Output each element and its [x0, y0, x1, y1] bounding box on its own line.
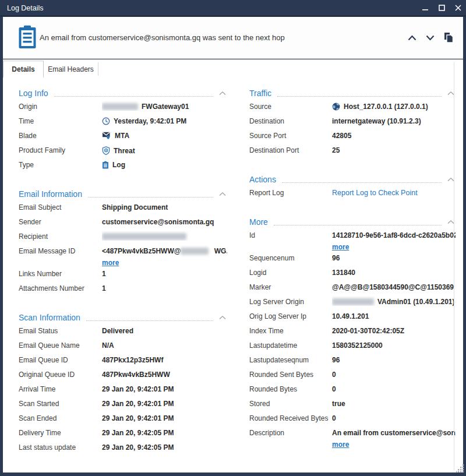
- detail-row-sender: Sendercustomerservice@sonismonta.gq: [19, 216, 227, 231]
- detail-row-last-status-update: Last status update29 Jan 20, 9:42:05 PM: [19, 442, 227, 456]
- field-label: Delivery Time: [19, 427, 102, 437]
- maximize-button[interactable]: [433, 0, 450, 16]
- field-value-text: 0: [332, 385, 336, 393]
- section-header-actions[interactable]: Actions: [249, 174, 456, 185]
- copy-icon: [444, 32, 454, 43]
- field-label: Email Message ID: [19, 245, 102, 255]
- minimize-button[interactable]: [417, 0, 433, 16]
- field-label: Description: [249, 427, 332, 437]
- redacted-text: [181, 248, 209, 255]
- collapse-chevron-icon[interactable]: [219, 192, 227, 196]
- section-title: Email Information: [19, 189, 82, 199]
- field-value: 2020-01-30T02:42:05Z: [332, 325, 456, 335]
- section-header-more[interactable]: More: [249, 216, 456, 228]
- detail-row-logid: Logid131840: [249, 267, 456, 281]
- detail-row-product-family: Product FamilyThreat: [19, 144, 227, 159]
- section-scan-information: Scan InformationEmail StatusDeliveredEma…: [19, 312, 227, 456]
- detail-row-orig-log-server-ip: Orig Log Server Ip10.49.1.201: [249, 311, 456, 325]
- field-value: 96: [332, 354, 456, 364]
- window-controls: [417, 0, 466, 16]
- field-value-text: Host_127.0.0.1 (127.0.0.1): [344, 103, 428, 111]
- report-log-link[interactable]: Report Log to Check Point: [332, 189, 418, 197]
- field-value: N/A: [102, 340, 227, 350]
- detail-row-scan-started: Scan Started29 Jan 20, 9:42:01 PM: [19, 398, 227, 412]
- field-value: 0: [332, 369, 456, 379]
- section-header-traffic[interactable]: Traffic: [249, 87, 456, 99]
- field-value-text: 29 Jan 20, 9:42:01 PM: [102, 385, 174, 393]
- field-value: 25: [332, 144, 456, 154]
- detail-row-arrival-time: Arrival Time29 Jan 20, 9:42:01 PM: [19, 383, 227, 398]
- next-log-button[interactable]: [426, 35, 435, 41]
- field-value: 0: [332, 412, 456, 422]
- header-actions: [408, 17, 454, 58]
- detail-row-links-number: Links Number1: [19, 268, 227, 283]
- field-value: 10.49.1.201: [332, 311, 456, 320]
- field-value: customerservice@sonismonta.gq: [102, 216, 227, 226]
- detail-row-marker: Marker@A@@B@1580344590@C@1150369: [249, 281, 456, 296]
- close-button[interactable]: [450, 0, 466, 16]
- section-traffic: TrafficSourceHost_127.0.0.1 (127.0.0.1)D…: [249, 87, 456, 159]
- field-label: Links Number: [19, 268, 102, 278]
- field-label: Rounded Bytes: [249, 383, 332, 393]
- tab-details[interactable]: Details: [3, 61, 44, 77]
- field-value-text: 10.49.1.201: [332, 312, 369, 320]
- previous-log-button[interactable]: [408, 35, 416, 41]
- field-label: Sender: [19, 216, 102, 226]
- section-title: Log Info: [19, 89, 48, 98]
- log-summary-message: An email from customerservice@sonismonta…: [40, 17, 285, 58]
- threat-icon: [102, 146, 110, 157]
- field-label: Email Queue Name: [19, 340, 102, 350]
- detail-row-id: Id14128710-9e56-1af8-6dcd-c2620a5b02...m…: [249, 230, 456, 252]
- globe-icon: [332, 103, 340, 112]
- field-value-text: 25: [332, 146, 340, 154]
- tab-email-headers[interactable]: Email Headers: [44, 62, 98, 76]
- window-title: Log Details: [7, 4, 44, 12]
- scrollbar[interactable]: [454, 62, 454, 470]
- collapse-chevron-icon[interactable]: [219, 91, 227, 96]
- field-label: Product Family: [19, 144, 102, 154]
- field-value-text: 29 Jan 20, 9:42:05 PM: [102, 443, 174, 452]
- more-link[interactable]: more: [102, 258, 119, 268]
- field-value: VAdmin01 (10.49.1.201): [332, 296, 456, 306]
- more-link[interactable]: more: [332, 439, 349, 450]
- field-value: Report Log to Check Point: [332, 187, 456, 197]
- field-value-text: 1: [102, 284, 106, 292]
- detail-row-blade: BladeMTA: [19, 130, 227, 144]
- field-value-text: true: [332, 400, 345, 408]
- field-value: Host_127.0.0.1 (127.0.0.1): [332, 101, 456, 112]
- field-value-text: 96: [332, 254, 340, 262]
- dotted-leader: [282, 176, 442, 183]
- more-link[interactable]: more: [332, 242, 349, 252]
- detail-row-source-port: Source Port42805: [249, 130, 456, 144]
- detail-row-log-server-origin: Log Server OriginVAdmin01 (10.49.1.201): [249, 296, 456, 311]
- section-title: Traffic: [249, 89, 271, 98]
- field-label: Email Queue ID: [19, 354, 102, 364]
- left-column: Log InfoOriginFWGateway01TimeYesterday, …: [19, 87, 227, 471]
- field-value: MTA: [102, 130, 227, 142]
- field-value-text: 14128710-9e56-1af8-6dcd-c2620a5b02...: [332, 231, 456, 239]
- section-header-email-information[interactable]: Email Information: [19, 188, 227, 200]
- log-details-window: { "window": { "title": "Log Details" }, …: [0, 0, 466, 476]
- detail-row-origin: OriginFWGateway01: [19, 101, 227, 115]
- field-label: Index Time: [249, 325, 332, 335]
- section-header-log-info[interactable]: Log Info: [19, 87, 227, 99]
- field-value-text: 29 Jan 20, 9:42:01 PM: [102, 400, 174, 408]
- field-value-text: @A@@B@1580344590@C@1150369: [332, 283, 454, 291]
- resize-grip[interactable]: [456, 464, 464, 475]
- collapse-chevron-icon[interactable]: [219, 315, 227, 320]
- field-value-text: MTA: [115, 132, 129, 140]
- section-header-scan-information[interactable]: Scan Information: [19, 312, 227, 323]
- redacted-text: [102, 103, 138, 110]
- field-value-text: Shipping Document: [102, 203, 168, 211]
- field-value: Threat: [102, 144, 227, 157]
- field-value: 1: [102, 268, 227, 278]
- detail-row-original-queue-id: Original Queue ID487Pkw4vkBz5HWW: [19, 369, 227, 383]
- field-label: Log Server Origin: [249, 296, 332, 306]
- field-value-text: Log: [112, 161, 125, 169]
- field-value-text: 1580352125000: [332, 341, 383, 350]
- field-value-text: internetgateway (10.91.2.3): [332, 117, 421, 125]
- detail-row-email-status: Email StatusDelivered: [19, 325, 227, 340]
- copy-button[interactable]: [444, 32, 454, 43]
- field-label: Logid: [249, 267, 332, 277]
- field-value: Delivered: [102, 325, 227, 335]
